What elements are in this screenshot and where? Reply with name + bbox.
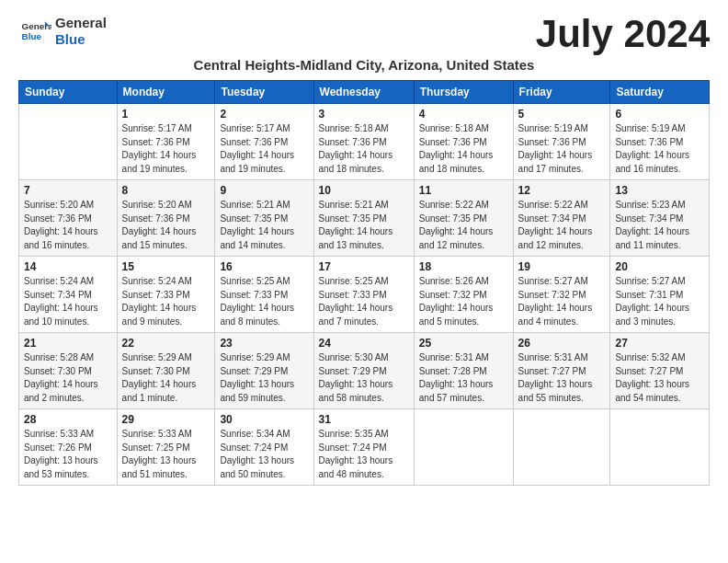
calendar-cell: 2Sunrise: 5:17 AM Sunset: 7:36 PM Daylig… [215, 104, 313, 180]
day-number: 13 [615, 184, 704, 197]
calendar-cell: 25Sunrise: 5:31 AM Sunset: 7:28 PM Dayli… [414, 333, 513, 409]
logo-icon: General Blue [18, 15, 51, 48]
weekday-header-thursday: Thursday [414, 81, 513, 104]
day-number: 2 [220, 108, 308, 121]
day-number: 15 [122, 260, 210, 273]
logo: General Blue General Blue [18, 15, 107, 48]
day-info: Sunrise: 5:31 AM Sunset: 7:27 PM Dayligh… [518, 351, 606, 405]
calendar-cell: 1Sunrise: 5:17 AM Sunset: 7:36 PM Daylig… [117, 104, 215, 180]
day-number: 29 [122, 413, 210, 426]
day-number: 19 [518, 260, 606, 273]
day-number: 14 [24, 260, 112, 273]
calendar-cell: 21Sunrise: 5:28 AM Sunset: 7:30 PM Dayli… [19, 333, 118, 409]
page-header: General Blue General Blue July 2024 [18, 15, 710, 53]
day-info: Sunrise: 5:22 AM Sunset: 7:35 PM Dayligh… [419, 199, 508, 252]
calendar-cell [19, 104, 118, 180]
weekday-header-tuesday: Tuesday [215, 81, 313, 104]
calendar-cell [414, 409, 513, 486]
day-info: Sunrise: 5:23 AM Sunset: 7:34 PM Dayligh… [615, 199, 704, 252]
day-number: 10 [319, 184, 409, 197]
weekday-header-sunday: Sunday [19, 81, 118, 104]
calendar-cell: 19Sunrise: 5:27 AM Sunset: 7:32 PM Dayli… [513, 257, 610, 333]
calendar-cell: 6Sunrise: 5:19 AM Sunset: 7:36 PM Daylig… [610, 104, 710, 180]
calendar-cell: 15Sunrise: 5:24 AM Sunset: 7:33 PM Dayli… [117, 257, 215, 333]
day-number: 8 [122, 184, 210, 197]
weekday-header-friday: Friday [513, 81, 610, 104]
calendar-cell: 26Sunrise: 5:31 AM Sunset: 7:27 PM Dayli… [513, 333, 610, 409]
day-number: 24 [319, 337, 409, 350]
day-info: Sunrise: 5:33 AM Sunset: 7:25 PM Dayligh… [122, 428, 210, 481]
calendar-cell: 12Sunrise: 5:22 AM Sunset: 7:34 PM Dayli… [513, 180, 610, 257]
calendar-cell: 24Sunrise: 5:30 AM Sunset: 7:29 PM Dayli… [313, 333, 414, 409]
calendar-cell: 30Sunrise: 5:34 AM Sunset: 7:24 PM Dayli… [215, 409, 313, 486]
day-info: Sunrise: 5:27 AM Sunset: 7:32 PM Dayligh… [518, 275, 606, 328]
calendar-cell: 7Sunrise: 5:20 AM Sunset: 7:36 PM Daylig… [19, 180, 118, 257]
calendar-header-row: SundayMondayTuesdayWednesdayThursdayFrid… [19, 81, 710, 104]
day-info: Sunrise: 5:18 AM Sunset: 7:36 PM Dayligh… [319, 122, 409, 176]
calendar-cell: 31Sunrise: 5:35 AM Sunset: 7:24 PM Dayli… [313, 409, 414, 486]
day-info: Sunrise: 5:22 AM Sunset: 7:34 PM Dayligh… [518, 199, 606, 252]
day-info: Sunrise: 5:18 AM Sunset: 7:36 PM Dayligh… [419, 122, 508, 176]
day-info: Sunrise: 5:27 AM Sunset: 7:31 PM Dayligh… [615, 275, 704, 328]
day-number: 3 [319, 108, 409, 121]
day-number: 30 [220, 413, 308, 426]
calendar-cell: 4Sunrise: 5:18 AM Sunset: 7:36 PM Daylig… [414, 104, 513, 180]
calendar-table: SundayMondayTuesdayWednesdayThursdayFrid… [18, 80, 710, 486]
day-info: Sunrise: 5:21 AM Sunset: 7:35 PM Dayligh… [319, 199, 409, 252]
calendar-cell: 18Sunrise: 5:26 AM Sunset: 7:32 PM Dayli… [414, 257, 513, 333]
day-number: 22 [122, 337, 210, 350]
day-info: Sunrise: 5:29 AM Sunset: 7:30 PM Dayligh… [122, 351, 210, 405]
svg-text:General: General [22, 21, 51, 31]
calendar-cell: 8Sunrise: 5:20 AM Sunset: 7:36 PM Daylig… [117, 180, 215, 257]
svg-text:Blue: Blue [22, 31, 42, 41]
day-info: Sunrise: 5:33 AM Sunset: 7:26 PM Dayligh… [24, 428, 112, 481]
day-info: Sunrise: 5:28 AM Sunset: 7:30 PM Dayligh… [24, 351, 112, 405]
day-info: Sunrise: 5:35 AM Sunset: 7:24 PM Dayligh… [319, 428, 409, 481]
calendar-cell: 20Sunrise: 5:27 AM Sunset: 7:31 PM Dayli… [610, 257, 710, 333]
day-info: Sunrise: 5:25 AM Sunset: 7:33 PM Dayligh… [220, 275, 308, 328]
day-info: Sunrise: 5:19 AM Sunset: 7:36 PM Dayligh… [518, 122, 606, 176]
day-number: 17 [319, 260, 409, 273]
day-info: Sunrise: 5:21 AM Sunset: 7:35 PM Dayligh… [220, 199, 308, 252]
day-info: Sunrise: 5:26 AM Sunset: 7:32 PM Dayligh… [419, 275, 508, 328]
day-info: Sunrise: 5:17 AM Sunset: 7:36 PM Dayligh… [220, 122, 308, 176]
calendar-week-row: 28Sunrise: 5:33 AM Sunset: 7:26 PM Dayli… [19, 409, 710, 486]
calendar-week-row: 1Sunrise: 5:17 AM Sunset: 7:36 PM Daylig… [19, 104, 710, 180]
day-info: Sunrise: 5:34 AM Sunset: 7:24 PM Dayligh… [220, 428, 308, 481]
calendar-cell [610, 409, 710, 486]
calendar-cell: 10Sunrise: 5:21 AM Sunset: 7:35 PM Dayli… [313, 180, 414, 257]
location-subtitle: Central Heights-Midland City, Arizona, U… [18, 57, 710, 73]
day-number: 12 [518, 184, 606, 197]
day-info: Sunrise: 5:25 AM Sunset: 7:33 PM Dayligh… [319, 275, 409, 328]
day-number: 31 [319, 413, 409, 426]
calendar-cell: 3Sunrise: 5:18 AM Sunset: 7:36 PM Daylig… [313, 104, 414, 180]
day-info: Sunrise: 5:32 AM Sunset: 7:27 PM Dayligh… [615, 351, 704, 405]
day-number: 20 [615, 260, 704, 273]
day-info: Sunrise: 5:30 AM Sunset: 7:29 PM Dayligh… [319, 351, 409, 405]
calendar-cell: 22Sunrise: 5:29 AM Sunset: 7:30 PM Dayli… [117, 333, 215, 409]
day-number: 27 [615, 337, 704, 350]
day-number: 23 [220, 337, 308, 350]
calendar-week-row: 14Sunrise: 5:24 AM Sunset: 7:34 PM Dayli… [19, 257, 710, 333]
logo-blue: Blue [55, 31, 85, 47]
calendar-week-row: 7Sunrise: 5:20 AM Sunset: 7:36 PM Daylig… [19, 180, 710, 257]
calendar-cell: 13Sunrise: 5:23 AM Sunset: 7:34 PM Dayli… [610, 180, 710, 257]
day-number: 6 [615, 108, 704, 121]
day-info: Sunrise: 5:19 AM Sunset: 7:36 PM Dayligh… [615, 122, 704, 176]
calendar-week-row: 21Sunrise: 5:28 AM Sunset: 7:30 PM Dayli… [19, 333, 710, 409]
logo-general: General [55, 15, 107, 30]
logo-text: General Blue [55, 15, 107, 48]
day-number: 5 [518, 108, 606, 121]
day-number: 25 [419, 337, 508, 350]
weekday-header-monday: Monday [117, 81, 215, 104]
day-number: 26 [518, 337, 606, 350]
day-number: 9 [220, 184, 308, 197]
day-info: Sunrise: 5:17 AM Sunset: 7:36 PM Dayligh… [122, 122, 210, 176]
day-info: Sunrise: 5:29 AM Sunset: 7:29 PM Dayligh… [220, 351, 308, 405]
day-number: 28 [24, 413, 112, 426]
day-info: Sunrise: 5:20 AM Sunset: 7:36 PM Dayligh… [24, 199, 112, 252]
calendar-cell: 17Sunrise: 5:25 AM Sunset: 7:33 PM Dayli… [313, 257, 414, 333]
calendar-cell: 11Sunrise: 5:22 AM Sunset: 7:35 PM Dayli… [414, 180, 513, 257]
weekday-header-wednesday: Wednesday [313, 81, 414, 104]
day-number: 16 [220, 260, 308, 273]
